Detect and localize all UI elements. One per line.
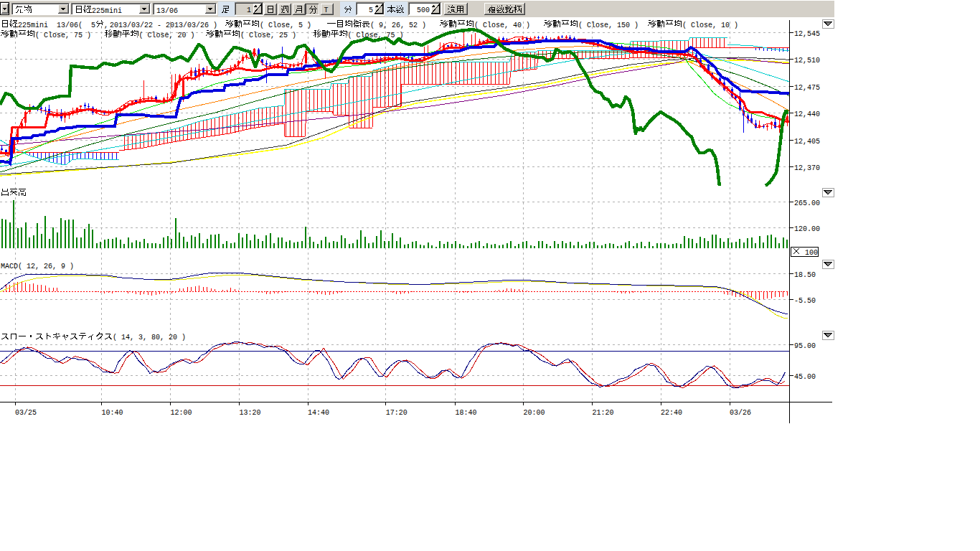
- svg-text:14:40: 14:40: [308, 408, 329, 417]
- svg-text:12,370: 12,370: [794, 163, 820, 172]
- svg-text:12,475: 12,475: [794, 83, 820, 92]
- svg-text:,: ,: [104, 20, 108, 29]
- svg-text:22:40: 22:40: [661, 408, 682, 417]
- svg-text:T: T: [324, 5, 329, 14]
- svg-text:13/06: 13/06: [156, 6, 178, 15]
- svg-text:225mini: 225mini: [92, 6, 122, 15]
- svg-text:10:40: 10:40: [102, 408, 123, 417]
- svg-text:5: 5: [369, 5, 373, 14]
- svg-text:( Close, 150 ): ( Close, 150 ): [578, 20, 639, 29]
- svg-text:21:20: 21:20: [593, 408, 614, 417]
- svg-text:( Close, 75 ): ( Close, 75 ): [348, 30, 404, 39]
- svg-text:( Close, 5 ): ( Close, 5 ): [260, 20, 311, 29]
- svg-text:03/25: 03/25: [15, 408, 37, 417]
- svg-text:( Close, 40 ): ( Close, 40 ): [474, 20, 530, 29]
- svg-text:20:00: 20:00: [524, 408, 545, 417]
- svg-text:12,405: 12,405: [794, 136, 820, 146]
- svg-text:18:40: 18:40: [456, 408, 477, 417]
- svg-text:12,545: 12,545: [794, 29, 820, 38]
- svg-text:2013/03/22 - 2013/03/26 ): 2013/03/22 - 2013/03/26 ): [110, 20, 217, 29]
- svg-text:12,440: 12,440: [794, 109, 820, 118]
- svg-text:100: 100: [801, 248, 818, 257]
- svg-text:( Close, 25 ): ( Close, 25 ): [240, 30, 296, 39]
- svg-text:( 9, 26, 52 ): ( 9, 26, 52 ): [370, 20, 426, 29]
- svg-text:95.00: 95.00: [794, 341, 816, 350]
- svg-text:17:20: 17:20: [386, 408, 407, 417]
- svg-text:265.00: 265.00: [794, 198, 820, 207]
- svg-text:13:20: 13:20: [240, 408, 261, 417]
- svg-text:5: 5: [91, 20, 95, 29]
- svg-text:45.00: 45.00: [794, 372, 816, 381]
- svg-text:13/06(: 13/06(: [57, 20, 83, 29]
- svg-text:( Close, 10 ): ( Close, 10 ): [682, 20, 738, 29]
- svg-text:120.00: 120.00: [794, 224, 820, 233]
- svg-text:12,510: 12,510: [794, 55, 820, 65]
- svg-text:MACD( 12, 26, 9 ): MACD( 12, 26, 9 ): [1, 261, 74, 270]
- svg-text:( Close, 75 ): ( Close, 75 ): [35, 30, 91, 39]
- svg-text:-5.50: -5.50: [794, 296, 816, 305]
- svg-text:12:00: 12:00: [171, 408, 192, 417]
- svg-text:03/26: 03/26: [730, 408, 751, 417]
- svg-text:( 14, 3, 80, 20 ): ( 14, 3, 80, 20 ): [113, 332, 186, 342]
- svg-text:1: 1: [247, 5, 251, 14]
- svg-text:500: 500: [417, 5, 430, 14]
- svg-text:18.50: 18.50: [794, 270, 816, 279]
- svg-text:( Close, 20 ): ( Close, 20 ): [139, 30, 195, 39]
- svg-text:225mini: 225mini: [18, 20, 48, 29]
